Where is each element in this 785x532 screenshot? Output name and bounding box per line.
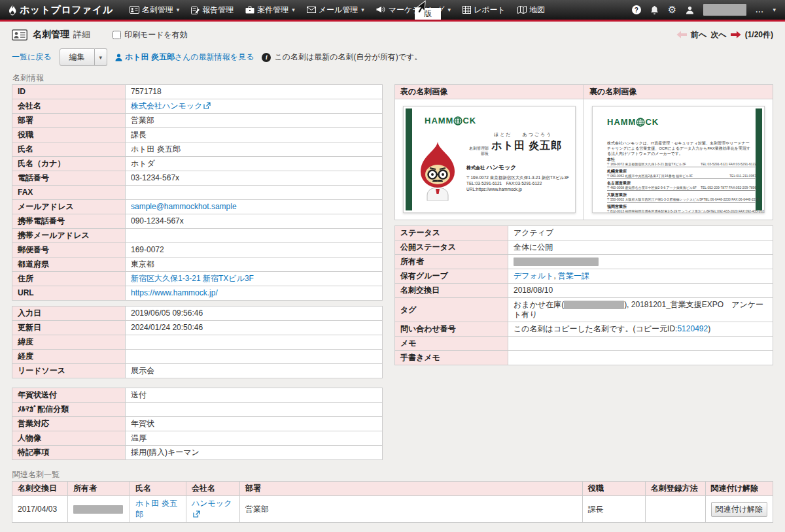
table-row: 役職課長 — [12, 128, 383, 142]
print-mode-checkbox[interactable] — [113, 31, 121, 39]
related-name-link[interactable]: ホト田 炎五郎 — [135, 499, 177, 519]
edit-split-button: 編集 ▾ — [60, 48, 108, 66]
card-green-bar — [756, 108, 762, 210]
next-arrow-icon[interactable] — [731, 31, 741, 39]
name-value: ホト田 炎五郎 — [126, 142, 383, 157]
table-row: 会社名株式会社ハンモック — [12, 99, 383, 114]
status-table: ステータスアクティブ 公開ステータス全体に公開 所有者 保有グループデフォルト,… — [394, 225, 773, 365]
kana-value: ホトダ — [126, 157, 383, 171]
print-mode-label: 印刷モードを有効 — [124, 29, 188, 41]
card-company-description: 株式会社ハンモックは、IT資産管理・セキュリティ対策、名刺管理やリードナーチャリ… — [607, 141, 752, 156]
related-method — [645, 496, 705, 523]
tags-cell: おまかせ在庫(), 20181201_営業支援EXPO アンケート有り — [508, 298, 773, 322]
table-row: 郵便番号169-0072 — [12, 243, 383, 258]
help-icon[interactable]: ? — [632, 5, 641, 14]
related-company-link[interactable]: ハンモック — [192, 499, 232, 508]
grid-report-icon — [462, 6, 471, 14]
table-row: 氏名ホト田 炎五郎 — [12, 142, 383, 157]
handwritten-memo-value — [508, 351, 773, 365]
user-menu-ellipsis[interactable]: ... — [756, 6, 763, 14]
card-kana-first: あつごろう — [523, 132, 553, 137]
card-office-list: 本社〒169-0072 東京都新宿区大久保1-3-21 新宿TXビル3FTEL:… — [607, 158, 756, 213]
unlink-button[interactable]: 関連付け解除 — [711, 502, 767, 517]
mobile-email-value — [126, 229, 383, 243]
nenga-value: 送付 — [126, 388, 383, 403]
nav-label: 案件管理 — [257, 5, 288, 16]
front-card-image[interactable]: HAMM CK — [403, 106, 576, 213]
table-row: ﾒﾙﾏｶﾞ配信分類 — [12, 403, 383, 417]
email-link[interactable]: sample@hammockhot.sample — [131, 202, 237, 211]
chevron-down-icon[interactable]: ▾ — [773, 7, 776, 13]
table-row: 電話番号03-1234-567x — [12, 171, 383, 186]
related-cards-section: 関連名刺一覧 名刺交換日 所有者 氏名 会社名 部署 役職 名刺登録方法 関連付… — [0, 460, 785, 523]
group-link-sales[interactable]: 営業一課 — [558, 271, 589, 280]
address-cell: 新宿区大久保1-3-21 新宿TXビル3F — [126, 272, 383, 286]
megaphone-icon — [376, 6, 386, 14]
card-images-table: 表の名刺画像 裏の名刺画像 HAMM CK — [394, 84, 773, 220]
url-link[interactable]: https://www.hammock.jp/ — [131, 288, 218, 297]
nav-anken-kanri[interactable]: 案件管理 ▾ — [239, 0, 301, 20]
info-icon: i — [262, 53, 271, 62]
hammock-logo: HAMM CK — [607, 117, 659, 127]
office-item: 名古屋営業所〒460-0008 愛知県名古屋市中区栄2-9-6 アーク栄東海ビル… — [607, 181, 756, 191]
inquiry-cell: この名刺はコピーした名刺です。(コピー元ID:5120492) — [508, 322, 773, 337]
back-card-image[interactable]: HAMM CK 株式会社ハンモックは、IT資産管理・セキュリティ対策、名刺管理や… — [592, 106, 765, 213]
latest-info-name: ホト田 炎五郎 — [125, 52, 175, 61]
update-date-value: 2024/01/24 20:50:46 — [126, 321, 383, 335]
chevron-down-icon: ▾ — [448, 7, 451, 13]
company-link[interactable]: 株式会社ハンモック — [131, 101, 202, 110]
latitude-value — [126, 335, 383, 350]
office-item: 札幌営業所〒060-0052 札幌市中央区南2条東3丁目16番地 福豊ビル3FT… — [607, 169, 756, 179]
table-row: 住所新宿区大久保1-3-21 新宿TXビル3F — [12, 272, 383, 286]
table-row: ステータスアクティブ — [395, 226, 773, 241]
card-info-table-1: ID7571718 会社名株式会社ハンモック 部署営業部 役職課長 氏名ホト田 … — [12, 84, 383, 301]
office-item: 福岡営業所〒812-0013 福岡県福岡市博多区博多駅東2-5-19 サンライフ… — [607, 205, 756, 213]
front-image-header: 表の名刺画像 — [395, 85, 584, 99]
card-green-bar — [406, 108, 412, 210]
chevron-down-icon: ▾ — [177, 7, 180, 13]
bell-icon[interactable] — [650, 5, 659, 14]
edit-dropdown-button[interactable]: ▾ — [95, 48, 108, 66]
nav-label: レポート — [474, 5, 506, 16]
address-link[interactable]: 新宿区大久保1-3-21 新宿TXビル3F — [131, 274, 254, 283]
latest-info-link[interactable]: ホト田 炎五郎さんの最新情報を見る — [115, 52, 254, 63]
status-value: アクティブ — [508, 226, 773, 241]
role-value: 課長 — [126, 128, 383, 142]
table-row: 更新日2024/01/24 20:50:46 — [12, 321, 383, 335]
exchange-date-value: 2018/08/10 — [508, 284, 773, 298]
nav-mail-kanri[interactable]: メール管理 ▾ — [301, 0, 370, 20]
external-link-icon[interactable] — [203, 102, 211, 109]
related-role: 課長 — [582, 496, 645, 523]
nav-report[interactable]: レポート — [457, 0, 512, 20]
pager-next[interactable]: 次へ — [710, 29, 726, 41]
notice-text: この名刺は最新の名刺(自分が所有)です。 — [274, 52, 422, 63]
table-row: URLhttps://www.hammock.jp/ — [12, 286, 383, 301]
edit-button[interactable]: 編集 — [60, 48, 95, 66]
pager-prev[interactable]: 前へ — [691, 29, 706, 41]
table-row: 保有グループデフォルト, 営業一課 — [395, 269, 773, 284]
group-link-default[interactable]: デフォルト — [514, 271, 553, 280]
nav-label: 名刺管理 — [142, 5, 173, 16]
nav-map[interactable]: 地図 — [512, 0, 551, 20]
redacted-username — [703, 4, 746, 16]
latest-card-notice: i この名刺は最新の名刺(自分が所有)です。 — [262, 52, 422, 63]
notes-value: 採用(購入)キーマン — [126, 446, 383, 460]
sales-action-value: 年賀状 — [126, 417, 383, 431]
office-item: 本社〒169-0072 東京都新宿区大久保1-3-21 新宿TXビル3FTEL:… — [607, 158, 756, 167]
app-logo[interactable]: ホットプロファイル — [8, 4, 113, 16]
nav-meishi-kanri[interactable]: 名刺管理 ▾ — [124, 0, 186, 20]
back-to-list-link[interactable]: 一覧に戻る — [12, 52, 52, 63]
table-row: 年賀状送付送付 — [12, 388, 383, 403]
pref-value: 東京都 — [126, 258, 383, 272]
external-link-icon[interactable] — [193, 510, 200, 518]
related-unlink-cell: 関連付け解除 — [705, 496, 773, 523]
gear-icon[interactable]: ⚙ — [668, 4, 676, 16]
copy-source-id-link[interactable]: 5120492 — [677, 324, 708, 333]
prev-arrow-icon[interactable] — [676, 31, 687, 39]
business-card-icon — [130, 6, 139, 14]
publish-status-value: 全体に公開 — [508, 241, 773, 255]
back-image-cell: HAMM CK 株式会社ハンモックは、IT資産管理・セキュリティ対策、名刺管理や… — [584, 99, 773, 220]
nav-houkoku-kanri[interactable]: 報告管理 — [185, 0, 239, 20]
mascot-character — [414, 141, 461, 201]
card-company: ハンモック — [487, 164, 517, 171]
